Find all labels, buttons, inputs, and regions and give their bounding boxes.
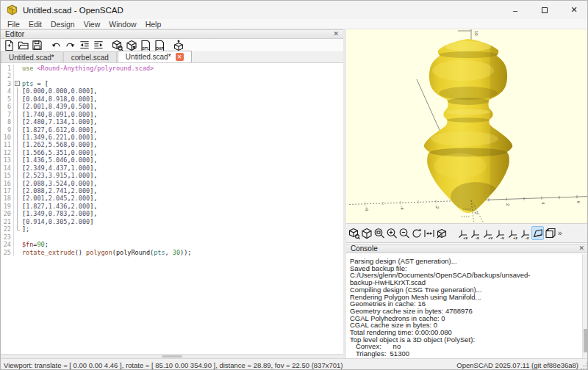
code-line[interactable]: 8[2.480,7.134,1.000], xyxy=(1,118,343,126)
unindent-button[interactable] xyxy=(77,40,91,51)
resize-grip-icon[interactable] xyxy=(581,363,588,370)
preview-button[interactable] xyxy=(110,40,124,51)
line-number: 20 xyxy=(1,210,14,217)
code-line[interactable]: 25rotate_extrude() polygon(polyRound(pts… xyxy=(1,249,343,256)
code-line[interactable]: 23 xyxy=(1,233,343,241)
viewport-3d[interactable]: 10 2 4 6 -2 -4 -6 xyxy=(346,29,588,223)
menu-window[interactable]: Window xyxy=(104,20,140,29)
code-token: 2.000 xyxy=(71,203,90,210)
console-scrollbar-thumb[interactable] xyxy=(584,329,588,352)
code-token: ], xyxy=(90,87,97,95)
toolbar-overflow-chevron[interactable]: » xyxy=(558,229,562,237)
code-line[interactable]: 7[1.740,8.091,0.000], xyxy=(1,111,343,118)
code-token: 7.134 xyxy=(49,118,68,126)
code-text: [1.436,5.046,0.000], xyxy=(21,156,97,164)
code-line[interactable]: 10[1.349,6.221,0.000], xyxy=(1,134,343,141)
menu-file[interactable]: File xyxy=(3,20,24,29)
code-line[interactable]: 12[1.566,5.351,0.000], xyxy=(1,149,343,156)
redo-button[interactable] xyxy=(63,40,77,51)
code-line[interactable]: 21[0.914,0.305,2.000] xyxy=(1,218,343,225)
console-output[interactable]: Parsing design (AST generation)...Saved … xyxy=(346,254,588,358)
menu-edit[interactable]: Edit xyxy=(24,20,46,29)
fold-guide xyxy=(14,233,21,241)
open-file-button[interactable] xyxy=(16,40,30,51)
code-token: 1.827 xyxy=(26,126,45,134)
perspective-button[interactable] xyxy=(531,226,544,240)
console-scrollbar[interactable] xyxy=(582,254,588,358)
fold-marker[interactable]: - xyxy=(14,80,21,87)
code-line[interactable]: 6[2.001,8.439,0.500], xyxy=(1,103,343,110)
code-line[interactable]: 20[1.349,0.783,2.000], xyxy=(1,210,343,217)
code-line[interactable]: 17[2.088,2.741,2.000], xyxy=(1,187,343,195)
close-button[interactable]: ✕ xyxy=(559,1,588,19)
indent-button[interactable] xyxy=(91,40,105,51)
reset-view-button[interactable] xyxy=(410,226,423,240)
view-plus-z-button[interactable]: +z xyxy=(506,226,519,240)
export-dxf-button[interactable]: DXF xyxy=(152,40,166,51)
tab-close-icon[interactable]: ✕ xyxy=(176,53,184,61)
orthogonal-button[interactable] xyxy=(544,226,556,240)
view-plus-y-button[interactable]: +y xyxy=(481,226,494,240)
code-line[interactable]: 16[2.088,3.524,0.000], xyxy=(1,180,343,187)
code-line[interactable]: 2 xyxy=(1,72,343,79)
view-all-button[interactable] xyxy=(423,226,435,240)
code-line[interactable]: 11[1.262,5.568,0.000], xyxy=(1,141,343,148)
view-minus-z-button[interactable]: -z xyxy=(519,226,531,240)
editor-close-icon[interactable]: ✕ xyxy=(333,31,339,37)
view-plus-x-button[interactable]: +x xyxy=(456,226,469,240)
save-file-button[interactable] xyxy=(30,40,44,51)
menu-design[interactable]: Design xyxy=(46,20,79,29)
code-token: 2.349 xyxy=(26,164,45,172)
vp-preview-button[interactable] xyxy=(348,226,360,240)
show-axes-button[interactable] xyxy=(435,226,448,240)
undo-button[interactable] xyxy=(49,40,63,51)
render-icon xyxy=(361,228,373,239)
code-area[interactable]: 1use <Round-Anything/polyround.scad>23-p… xyxy=(1,63,343,354)
maximize-button[interactable] xyxy=(530,1,559,19)
menu-help[interactable]: Help xyxy=(141,20,166,29)
code-line[interactable]: 14[2.349,4.437,1.000], xyxy=(1,164,343,172)
right-panel: 10 2 4 6 -2 -4 -6 xyxy=(346,29,588,358)
new-file-button[interactable] xyxy=(2,40,16,51)
code-line[interactable]: 3-pts = [ xyxy=(1,80,343,87)
code-line[interactable]: 13[1.436,5.046,0.000], xyxy=(1,156,343,164)
code-token: ], xyxy=(90,95,97,103)
view-minus-x-button[interactable]: -x xyxy=(469,226,481,240)
view-minus-y-button[interactable]: -y xyxy=(494,226,506,240)
code-text: [2.001,2.045,2.000], xyxy=(21,195,97,202)
code-line[interactable]: 15[2.523,3.915,1.000], xyxy=(1,172,343,179)
line-number: 25 xyxy=(1,249,14,256)
code-line[interactable]: 18[2.001,2.045,2.000], xyxy=(1,195,343,202)
code-line[interactable]: 22]; xyxy=(1,225,343,233)
view-minus-y-icon: -y xyxy=(495,228,506,239)
code-token: 2.000 xyxy=(71,195,90,202)
send-to-printservice-button[interactable] xyxy=(171,40,185,51)
export-stl-button[interactable]: STL xyxy=(138,40,152,51)
code-line[interactable]: 1use <Round-Anything/polyround.scad> xyxy=(1,65,343,72)
menu-view[interactable]: View xyxy=(79,20,105,29)
render-button[interactable] xyxy=(124,40,138,51)
zoom-all-button[interactable] xyxy=(373,226,385,240)
tab-untitled-1[interactable]: Untitled.scad* xyxy=(1,51,62,62)
code-line[interactable]: 19[1.827,1.436,2.000], xyxy=(1,203,343,210)
code-line[interactable]: 9[1.827,6.612,0.000], xyxy=(1,126,343,134)
fold-guide xyxy=(14,118,21,126)
zoom-out-button[interactable] xyxy=(398,226,410,240)
zoom-in-button[interactable] xyxy=(385,226,398,240)
tab-corbel[interactable]: corbel.scad xyxy=(63,51,117,62)
preview-icon xyxy=(112,40,123,51)
code-token: 1.000 xyxy=(71,118,90,126)
code-line[interactable]: 4[0.000,0.000,0.000], xyxy=(1,87,343,95)
fold-guide xyxy=(14,218,21,225)
code-token: 2.000 xyxy=(71,218,90,225)
console-close-icon[interactable]: ✕ xyxy=(578,245,584,252)
vp-render-button[interactable] xyxy=(360,226,373,240)
code-line[interactable]: 24$fn=90; xyxy=(1,241,343,248)
tab-untitled-2-active[interactable]: Untitled.scad* ✕ xyxy=(118,51,192,62)
minimize-button[interactable]: – xyxy=(501,1,530,19)
editor-panel-header: Editor ✕ xyxy=(1,29,343,39)
code-line[interactable]: 5[0.044,8.918,0.000], xyxy=(1,95,343,103)
fold-collapse-icon[interactable]: - xyxy=(15,81,20,86)
code-token: () xyxy=(75,249,86,256)
code-token: 6.612 xyxy=(49,126,68,134)
